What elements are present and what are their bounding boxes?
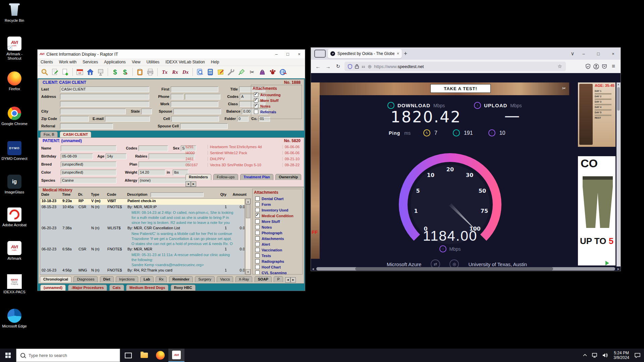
- action-center-icon[interactable]: [633, 353, 642, 358]
- attachment-notes[interactable]: Notes: [255, 225, 302, 229]
- menu-idexx-vetlab[interactable]: IDEXX VetLab Station: [162, 59, 208, 65]
- menu-view[interactable]: View: [129, 59, 144, 65]
- checkbox-icon[interactable]: [255, 231, 260, 235]
- tab-scroll-left-icon[interactable]: ◀: [285, 277, 290, 283]
- checkbox-checked-icon[interactable]: [254, 104, 258, 108]
- tab-x-ray[interactable]: X-Ray: [235, 276, 253, 282]
- tab-scroll-right-icon[interactable]: ▶: [290, 277, 296, 283]
- tab-diet[interactable]: Diet: [100, 276, 114, 282]
- taskbar-avimark-active[interactable]: AVI: [168, 349, 184, 362]
- cell-field[interactable]: [171, 116, 219, 122]
- bookmark-star-icon[interactable]: ☆: [557, 63, 562, 69]
- right-ad-shorts[interactable]: CO UP TO 5: [578, 156, 615, 265]
- patient-tab-medium-breed-dogs[interactable]: Medium Breed Dogs: [126, 285, 168, 291]
- menu-clients[interactable]: Clients: [38, 59, 56, 65]
- desktop-icon-imageglass[interactable]: ig ImageGlass: [1, 174, 28, 194]
- attachment-photograph[interactable]: Photograph: [255, 231, 302, 235]
- attachment-tests[interactable]: Tests: [255, 253, 302, 258]
- spouse-field[interactable]: [173, 109, 221, 114]
- desktop-icon-firefox[interactable]: Firefox: [1, 71, 28, 91]
- patient-tab-cats[interactable]: Cats: [109, 285, 124, 291]
- email-field[interactable]: [105, 116, 150, 122]
- attachment-form[interactable]: Form: [255, 202, 302, 206]
- adchoices-icon[interactable]: [605, 261, 609, 265]
- scrollbar-thumb[interactable]: [355, 267, 553, 270]
- taskbar-clock[interactable]: 5:24 PM 3/9/2024: [611, 351, 632, 360]
- minimize-button[interactable]: –: [576, 48, 591, 60]
- scroll-right-icon[interactable]: ▶: [618, 267, 620, 270]
- whiteboard-icon[interactable]: [96, 68, 105, 76]
- checkbox-icon[interactable]: [255, 208, 260, 212]
- search-icon[interactable]: [40, 68, 49, 76]
- desktop-icon-microsoft-edge[interactable]: Microsoft Edge: [1, 308, 28, 328]
- home-icon[interactable]: [86, 68, 95, 76]
- start-button[interactable]: [0, 349, 16, 362]
- firefox-view-icon[interactable]: [314, 50, 326, 58]
- attachment-hoof-chart[interactable]: Hoof Chart: [255, 265, 302, 269]
- spouse-cell-field[interactable]: [180, 123, 228, 129]
- attachment-dental-chart[interactable]: Dental Chart: [255, 196, 302, 201]
- phone-area-field[interactable]: [171, 94, 183, 100]
- tab-treatment-plan[interactable]: Treatment Plan: [240, 174, 273, 180]
- history-row[interactable]: 08-15-23 10:45a CSR N (n) FNOTE$ By: MER…: [40, 205, 245, 226]
- new-tab-icon[interactable]: +: [402, 50, 409, 57]
- first-name-field[interactable]: [171, 86, 218, 92]
- attachment-alert[interactable]: Alert: [255, 242, 302, 246]
- tab-lab[interactable]: Lab: [140, 276, 154, 282]
- print-icon[interactable]: [146, 68, 155, 76]
- attachment-accounting[interactable]: Accounting: [254, 93, 302, 97]
- tools-wrench-icon[interactable]: [227, 68, 235, 76]
- client-tab-cash-client[interactable]: CASH CLIENT: [60, 131, 91, 137]
- allergy-field[interactable]: (none): [139, 178, 191, 183]
- active-tab[interactable]: Speedtest by Ookla - The Globe ×: [328, 49, 402, 58]
- server-host[interactable]: University of Texas, Austin: [468, 261, 527, 267]
- checkbox-icon[interactable]: [255, 259, 260, 263]
- scroll-up-icon[interactable]: ▲: [617, 83, 620, 85]
- checkbox-icon[interactable]: [255, 196, 260, 201]
- breed-field[interactable]: (unspecified): [61, 162, 116, 167]
- tab-reminder[interactable]: Reminder: [169, 276, 193, 282]
- reminder-row[interactable]: I4000 Sentinel White12 Pack 06-06-06: [185, 150, 301, 156]
- address-field[interactable]: [60, 94, 149, 100]
- maximize-button[interactable]: □: [282, 50, 293, 58]
- desktop-icon-recycle-bin[interactable]: Recycle Bin: [1, 3, 28, 23]
- checkbox-icon[interactable]: [255, 242, 260, 246]
- permissions-icon[interactable]: ⚏: [362, 64, 365, 69]
- list-all-tabs-icon[interactable]: ∨: [569, 51, 576, 57]
- reminder-row[interactable]: 5291 Heartworm Test Ehrlic/lymes 4d 06-0…: [185, 144, 301, 150]
- paw-icon[interactable]: [268, 68, 277, 76]
- client-tab-fox-b[interactable]: Fox, B: [40, 131, 58, 137]
- firefox-tabbar[interactable]: Speedtest by Ookla - The Globe × + ∨ – □…: [311, 48, 621, 60]
- menu-services[interactable]: Services: [79, 59, 101, 65]
- history-row[interactable]: 06-02-23 6:58a CSR N (n) FNOTE$ By: MER,…: [40, 247, 245, 268]
- menu-utilities[interactable]: Utilities: [144, 59, 163, 65]
- calculator-icon[interactable]: [206, 68, 215, 76]
- attachment-attachments[interactable]: Attachments: [255, 236, 302, 241]
- menu-applications[interactable]: Applications: [101, 59, 129, 65]
- vertical-scrollbar[interactable]: ▲: [616, 82, 621, 266]
- tab-close-icon[interactable]: ×: [397, 51, 399, 56]
- checkbox-checked-icon[interactable]: [254, 98, 258, 103]
- calendar-icon[interactable]: 12: [75, 68, 84, 76]
- location-icon[interactable]: ◎: [368, 64, 371, 69]
- syringe-icon[interactable]: [237, 68, 246, 76]
- tab-soap[interactable]: SOAP: [255, 276, 272, 282]
- purse-icon[interactable]: [258, 68, 267, 76]
- patient-name-field[interactable]: [61, 145, 116, 151]
- clipboard-icon[interactable]: [136, 68, 144, 76]
- checkbox-icon[interactable]: [255, 253, 260, 258]
- menu-help[interactable]: Help: [208, 59, 222, 65]
- birthday-field[interactable]: 05-08-09: [61, 154, 93, 159]
- tab-reminders[interactable]: Reminders: [185, 174, 211, 180]
- desktop-icon-google-chrome[interactable]: Google Chrome: [1, 106, 28, 126]
- new-document-icon[interactable]: [61, 68, 70, 76]
- attachment-more-stuff[interactable]: More Stuff: [254, 98, 302, 103]
- top-banner-ad[interactable]: TAKE A TEST! ✂: [320, 82, 569, 95]
- forward-icon[interactable]: →: [324, 64, 332, 69]
- banner-button[interactable]: TAKE A TEST!: [430, 84, 491, 93]
- task-view-button[interactable]: [120, 349, 136, 362]
- tab-scroll-left-icon[interactable]: ◀: [185, 181, 191, 187]
- checkbox-icon[interactable]: [255, 219, 260, 224]
- reminder-row[interactable]: 050167 Vectra 3D Sm/Petite Dogs 5-10 09-…: [185, 162, 301, 168]
- last-name-field[interactable]: CASH CLIENT: [60, 86, 149, 92]
